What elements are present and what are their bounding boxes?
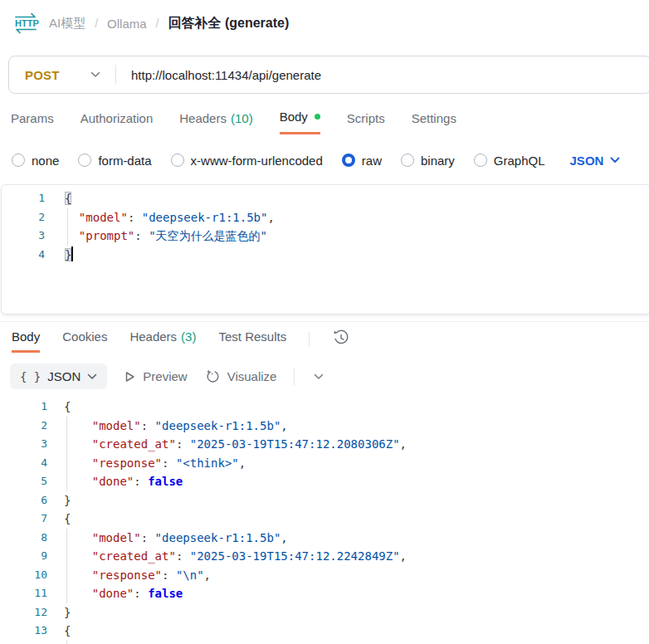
radio-selected-icon [342,154,355,167]
method-label: POST [25,68,60,82]
tab-label: Headers [179,111,227,125]
code-token: } [64,494,71,507]
response-tab-headers[interactable]: Headers(3) [129,329,196,350]
radio-label: x-www-form-urlencoded [191,154,323,168]
code-line[interactable]: "created_at": "2025-03-19T15:47:12.22428… [64,547,649,566]
code-token: "response" [92,456,162,470]
headers-count-badge: (3) [181,329,196,344]
code-token [64,549,92,563]
code-line[interactable]: "done": false [64,472,649,491]
code-token: "done" [92,475,134,488]
indent-guide [67,208,68,246]
breadcrumb-item-ollama[interactable]: Ollama [107,17,147,31]
code-token: : [141,419,155,432]
code-token: "created_at" [92,437,176,451]
line-number: 8 [0,529,47,548]
code-token: : [128,211,142,224]
url-input[interactable] [116,68,649,82]
button-label: Preview [143,369,187,383]
breadcrumb-item-ai-models[interactable]: AI模型 [49,16,85,32]
tab-authorization[interactable]: Authorization [81,110,154,134]
line-number: 1 [0,398,47,417]
code-token: : [162,568,176,582]
response-history-button[interactable] [332,329,350,347]
code-area[interactable]: { "model": "deepseek-r1:1.5b", "prompt":… [45,189,649,314]
tab-label: Authorization [81,111,154,125]
response-format-select[interactable]: { } JSON [10,363,107,389]
code-line[interactable]: { [64,398,649,417]
text-cursor [71,246,73,261]
radio-none[interactable]: none [12,154,59,168]
line-number: 5 [0,472,47,491]
radio-label: raw [362,154,382,168]
api-client-window: HTTP AI模型 / Ollama / 回答补全 (generate) POS… [0,0,649,644]
radio-form-data[interactable]: form-data [78,154,151,168]
toolbar-more-button[interactable] [312,372,325,382]
format-label: JSON [570,154,604,168]
line-number: 6 [0,491,47,510]
code-area[interactable]: { "model": "deepseek-r1:1.5b", "created_… [47,398,649,644]
code-line[interactable]: { [65,189,649,208]
play-icon [124,371,135,383]
radio-icon [171,154,184,167]
code-line[interactable]: } [64,491,649,510]
line-number: 1 [2,189,45,208]
code-line[interactable]: "model": "deepseek-r1:1.5b", [64,417,649,436]
tab-params[interactable]: Params [11,110,54,134]
breadcrumb-current-endpoint: 回答补全 (generate) [168,15,289,32]
radio-graphql[interactable]: GraphQL [474,154,545,168]
line-number: 4 [0,454,47,473]
code-token [64,456,92,470]
request-body-editor[interactable]: 1234 { "model": "deepseek-r1:1.5b", "pro… [1,184,649,315]
code-line[interactable]: } [65,246,649,265]
response-toolbar: { } JSON Preview Visualize [10,363,325,389]
code-line[interactable]: "response": "<think>", [64,454,649,473]
response-body-viewer[interactable]: 12345678910111213 { "model": "deepseek-r… [0,397,649,644]
code-token: { [65,192,71,205]
code-token: : [134,475,148,488]
code-token: } [65,248,71,261]
radio-x-www-form-urlencoded[interactable]: x-www-form-urlencoded [171,154,323,168]
code-token: "model" [79,211,128,224]
tab-body[interactable]: Body [280,110,320,134]
code-token: "2025-03-19T15:47:12.2242849Z" [190,549,400,563]
braces-icon: { } [20,370,41,383]
line-number: 2 [0,417,47,436]
code-token [64,568,92,582]
code-token: : [134,587,148,600]
button-label: Visualize [227,369,277,383]
response-tab-test-results[interactable]: Test Results [218,329,286,350]
tab-label: Test Results [218,329,286,344]
chevron-down-icon [87,373,97,380]
indent-guide [66,529,67,603]
http-protocol-icon: HTTP [12,11,40,36]
method-select[interactable]: POST [9,56,115,93]
response-tab-cookies[interactable]: Cookies [62,329,107,350]
code-token [64,437,92,451]
radio-icon [401,154,414,167]
preview-button[interactable]: Preview [124,369,187,383]
radio-binary[interactable]: binary [401,154,455,168]
code-line[interactable]: "response": "\n", [64,566,649,585]
response-tab-body[interactable]: Body [12,329,40,353]
code-token: , [204,568,211,582]
code-line[interactable]: "done": false [64,584,649,603]
code-token [64,419,92,432]
visualize-button[interactable]: Visualize [205,369,277,384]
radio-icon [12,154,25,167]
code-line[interactable]: "prompt": "天空为什么是蓝色的" [65,227,649,246]
radio-raw[interactable]: raw [342,154,382,168]
code-line[interactable]: { [64,510,649,529]
code-line[interactable]: "model": "deepseek-r1:1.5b", [64,529,649,548]
code-line[interactable]: "model": "deepseek-r1:1.5b", [65,208,649,227]
code-line[interactable]: } [64,603,649,622]
code-line[interactable]: { [64,622,649,641]
code-token: "天空为什么是蓝色的" [149,229,267,242]
code-line[interactable]: "created_at": "2025-03-19T15:47:12.20803… [64,435,649,454]
code-token: "2025-03-19T15:47:12.2080306Z" [190,437,400,451]
raw-format-select[interactable]: JSON [570,154,621,168]
tab-settings[interactable]: Settings [412,110,456,134]
tab-headers[interactable]: Headers(10) [179,110,252,134]
code-token: "model" [92,531,141,544]
tab-scripts[interactable]: Scripts [347,110,385,134]
